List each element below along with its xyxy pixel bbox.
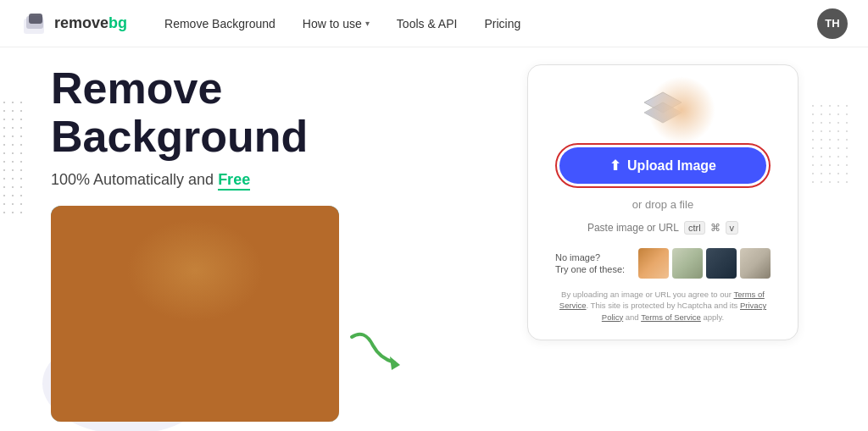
svg-rect-12 (176, 314, 195, 326)
chevron-down-icon: ▾ (365, 19, 370, 28)
try-one-label: Try one of these: (555, 264, 625, 274)
sample-thumb-1[interactable] (638, 248, 669, 279)
no-image-label: No image? (555, 252, 625, 262)
upload-icon: ⬆ (609, 157, 620, 174)
nav-pricing[interactable]: Pricing (474, 10, 531, 37)
legal-text: By uploading an image or URL you agree t… (555, 289, 771, 323)
right-panel: ⬆ Upload Image or drop a file Paste imag… (475, 47, 868, 431)
upload-button[interactable]: ⬆ Upload Image (559, 147, 766, 184)
svg-rect-4 (51, 341, 339, 422)
or-drop-label: or drop a file (632, 198, 693, 211)
svg-marker-16 (390, 356, 400, 370)
peach-decoration (648, 76, 715, 144)
logo-text: removebg (54, 14, 127, 32)
terms-link-2[interactable]: Terms of Service (641, 312, 701, 322)
svg-point-9 (134, 279, 256, 316)
nav-remove-background[interactable]: Remove Background (154, 10, 286, 37)
navbar: removebg Remove Background How to use ▾ … (0, 0, 868, 47)
logo-icon (20, 10, 47, 37)
person-illustration (51, 206, 339, 422)
svg-point-8 (163, 282, 227, 350)
sample-row: No image? Try one of these: (555, 248, 771, 279)
v-key: v (726, 221, 739, 235)
hero-title: Remove Background (51, 64, 441, 161)
sample-thumb-3[interactable] (706, 248, 737, 279)
svg-point-15 (205, 293, 261, 364)
avatar[interactable]: TH (817, 8, 848, 39)
arrow-area (348, 324, 407, 379)
upload-button-highlight: ⬆ Upload Image (555, 143, 771, 188)
svg-rect-3 (51, 206, 339, 422)
nav-tools-api[interactable]: Tools & API (387, 10, 468, 37)
arrow-icon (348, 324, 407, 375)
dot-pattern-right (809, 102, 851, 186)
left-panel: Remove Background 100% Automatically and… (0, 47, 475, 431)
ctrl-key: ctrl (684, 221, 705, 235)
photo-area (51, 206, 356, 426)
sample-thumbs (638, 248, 771, 279)
svg-point-10 (151, 267, 239, 314)
svg-rect-2 (29, 14, 42, 24)
nav-links: Remove Background How to use ▾ Tools & A… (154, 10, 817, 37)
dot-pattern-left (0, 98, 25, 217)
person-photo (51, 206, 339, 422)
sample-thumb-4[interactable] (740, 248, 771, 279)
main-content: Remove Background 100% Automatically and… (0, 47, 868, 431)
paste-hint: Paste image or URL ctrl ⌘ v (587, 221, 738, 235)
svg-rect-5 (51, 354, 339, 422)
sample-label-group: No image? Try one of these: (555, 252, 625, 274)
svg-point-11 (161, 260, 229, 301)
svg-rect-7 (185, 329, 205, 354)
nav-how-to-use[interactable]: How to use ▾ (292, 10, 380, 37)
hero-subtitle: 100% Automatically and Free (51, 171, 441, 189)
terms-link-1[interactable]: Terms of Service (559, 290, 765, 310)
logo[interactable]: removebg (20, 10, 127, 37)
svg-point-6 (136, 329, 254, 422)
sample-thumb-2[interactable] (672, 248, 703, 279)
svg-rect-13 (198, 314, 217, 326)
